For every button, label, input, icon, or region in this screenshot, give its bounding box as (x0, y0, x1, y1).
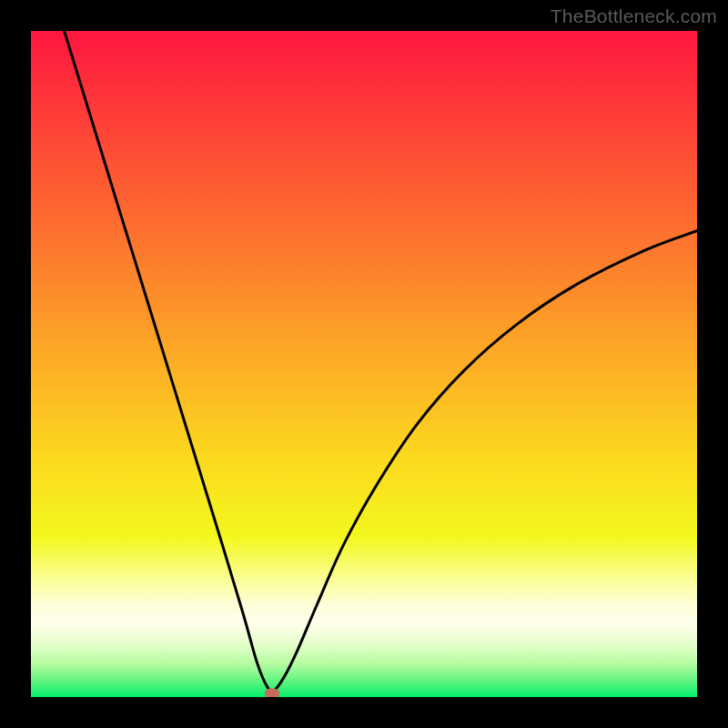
curve-layer (31, 31, 697, 697)
optimal-marker (265, 689, 279, 697)
bottleneck-curve (65, 31, 697, 692)
watermark-text: TheBottleneck.com (551, 5, 717, 27)
plot-area (31, 31, 697, 697)
chart-frame: TheBottleneck.com (0, 0, 728, 728)
